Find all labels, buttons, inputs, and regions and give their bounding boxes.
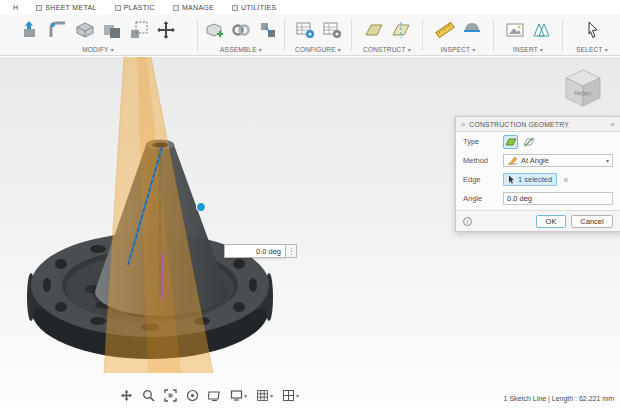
construction-geometry-dialog: ≡ CONSTRUCTION GEOMETRY » Type Method At… (455, 116, 620, 232)
toolbar-group-configure: CONFIGURE ▾ (286, 15, 350, 55)
tab-utilities-icon (232, 5, 238, 11)
toolbar-group-modify: MODIFY ▾ (0, 15, 196, 55)
clear-selection-icon[interactable]: × (563, 175, 568, 185)
fillet-icon[interactable] (46, 18, 70, 42)
caret-down-icon: ▾ (408, 47, 411, 53)
input-drag-handle-icon[interactable]: ⋮ (286, 244, 297, 258)
caret-down-icon: ▾ (338, 47, 341, 53)
info-icon[interactable]: i (463, 217, 472, 226)
grid-snaps-button[interactable]: ▾ (254, 387, 275, 404)
drag-handle-icon[interactable]: ≡ (461, 121, 465, 128)
viewports-button[interactable]: ▾ (280, 387, 301, 404)
select-group-label[interactable]: SELECT ▾ (576, 46, 608, 53)
dialog-footer: i OK Cancel (456, 210, 620, 231)
configure-icon[interactable] (293, 18, 317, 42)
combine-icon[interactable] (100, 18, 124, 42)
caret-down-icon: ▾ (606, 157, 609, 164)
new-component-icon[interactable] (202, 18, 226, 42)
method-dropdown-value: At Angle (521, 156, 549, 165)
scale-icon[interactable] (127, 18, 151, 42)
cancel-button[interactable]: Cancel (571, 215, 613, 228)
insert-group-label[interactable]: INSERT ▾ (513, 46, 543, 53)
type-plane-button[interactable] (503, 135, 518, 149)
pan-button[interactable] (118, 387, 135, 404)
viewport-3d-scene[interactable] (0, 57, 620, 408)
select-cursor-icon[interactable] (580, 18, 604, 42)
configuration-table-icon[interactable] (320, 18, 344, 42)
edge-selection-chip[interactable]: 1 selected (503, 173, 557, 186)
section-analysis-icon[interactable] (460, 18, 484, 42)
construction-plane-icon[interactable] (362, 18, 386, 42)
cursor-icon (508, 175, 515, 184)
zoom-icon (142, 389, 155, 402)
toolbar-divider (197, 19, 198, 51)
angle-input[interactable] (503, 192, 613, 205)
rigid-group-icon[interactable] (256, 18, 280, 42)
plane-type-icon (505, 136, 517, 148)
assemble-group-label[interactable]: ASSEMBLE ▾ (220, 46, 262, 53)
workspace-tabbar: H SHEET METAL PLASTIC MANAGE UTILITIES (0, 0, 620, 15)
insert-mesh-icon[interactable] (530, 18, 554, 42)
edge-row: Edge 1 selected × (456, 170, 620, 189)
dialog-header[interactable]: ≡ CONSTRUCTION GEOMETRY » (456, 117, 620, 132)
navigation-bar: ▾ ▾ ▾ (118, 387, 301, 404)
angle-row: Angle (456, 189, 620, 208)
zoom-button[interactable] (140, 387, 157, 404)
toolbar-group-insert: INSERT ▾ (495, 15, 561, 55)
group-label-text: MODIFY (82, 46, 108, 53)
method-dropdown[interactable]: At Angle ▾ (503, 154, 613, 167)
toolbar-divider (493, 19, 494, 51)
edge-label: Edge (463, 175, 503, 184)
tab-label: MANAGE (182, 4, 214, 11)
tab-sheet-metal-icon (36, 5, 42, 11)
caret-down-icon: ▾ (296, 392, 299, 399)
measure-icon[interactable] (433, 18, 457, 42)
tab-manage-icon (173, 5, 179, 11)
tab-plastic[interactable]: PLASTIC (106, 0, 164, 15)
caret-down-icon: ▾ (259, 47, 262, 53)
construction-axis-icon[interactable] (389, 18, 413, 42)
look-at-button[interactable] (206, 387, 223, 404)
toolbar-divider (562, 19, 563, 51)
move-copy-icon[interactable] (154, 18, 178, 42)
press-pull-icon[interactable] (19, 18, 43, 42)
toolbar-group-select: SELECT ▾ (564, 15, 620, 55)
orbit-button[interactable] (184, 387, 201, 404)
type-label: Type (463, 137, 503, 146)
tab-plastic-icon (115, 5, 121, 11)
shell-icon[interactable] (73, 18, 97, 42)
configure-group-label[interactable]: CONFIGURE ▾ (295, 46, 341, 53)
orbit-icon (186, 389, 199, 402)
tab-label: H (13, 4, 18, 11)
type-axis-button[interactable] (521, 135, 536, 149)
insert-canvas-icon[interactable] (503, 18, 527, 42)
fusion-app-window: H SHEET METAL PLASTIC MANAGE UTILITIES (0, 0, 620, 408)
method-row: Method At Angle ▾ (456, 151, 620, 170)
caret-down-icon: ▾ (244, 392, 247, 399)
ok-button[interactable]: OK (536, 215, 566, 228)
main-toolbar: MODIFY ▾ ASSEMBLE ▾ CONFIGURE (0, 15, 620, 56)
viewcube[interactable]: FRONT (558, 63, 608, 111)
fit-button[interactable] (162, 387, 179, 404)
tab-sheet-metal[interactable]: SHEET METAL (27, 0, 105, 15)
at-angle-method-icon (507, 155, 518, 166)
pan-icon (120, 389, 133, 402)
tab-label: UTILITIES (241, 4, 276, 11)
rotate-manipulator-handle[interactable] (197, 203, 206, 212)
modify-group-label[interactable]: MODIFY ▾ (82, 46, 114, 53)
tab-utilities[interactable]: UTILITIES (223, 0, 285, 15)
canvas-angle-input[interactable] (224, 244, 286, 258)
expand-panel-icon[interactable]: » (610, 120, 615, 129)
caret-down-icon: ▾ (472, 47, 475, 53)
display-settings-button[interactable]: ▾ (228, 387, 249, 404)
viewport-3d[interactable]: FRONT ≡ CONSTRUCTION GEOMETRY » Type Met… (0, 57, 620, 408)
fit-icon (164, 389, 177, 402)
viewports-icon (282, 389, 295, 402)
tab-manage[interactable]: MANAGE (164, 0, 223, 15)
joint-icon[interactable] (229, 18, 253, 42)
tab-partial[interactable]: H (4, 0, 27, 15)
tab-label: PLASTIC (124, 4, 155, 11)
toolbar-divider (422, 19, 423, 51)
construct-group-label[interactable]: CONSTRUCT ▾ (363, 46, 411, 53)
inspect-group-label[interactable]: INSPECT ▾ (441, 46, 476, 53)
